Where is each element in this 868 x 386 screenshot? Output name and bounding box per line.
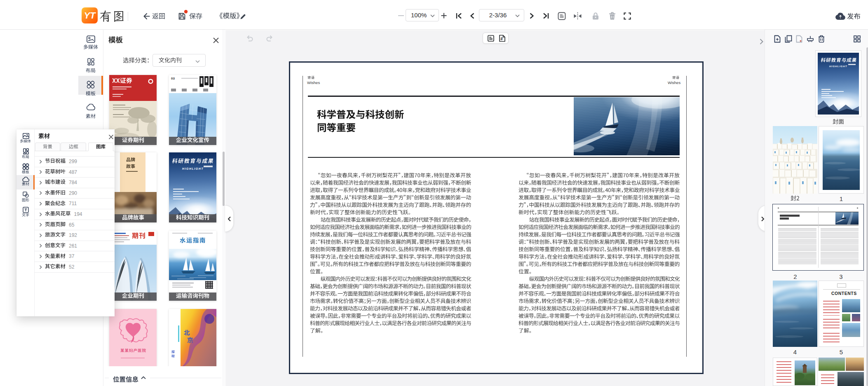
svg-text:#: #: [500, 37, 503, 41]
